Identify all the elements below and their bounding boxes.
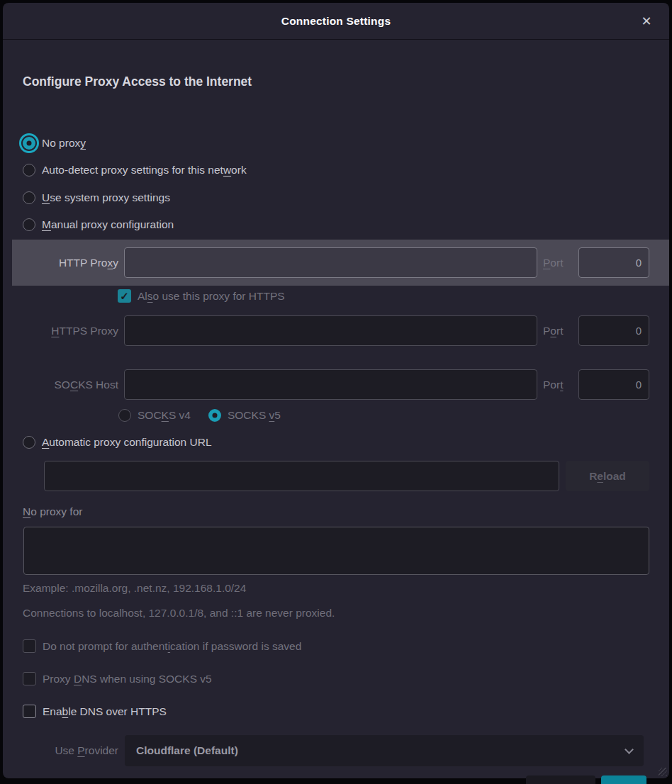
- radio-label-socks-v4: SOCKS v4: [138, 409, 191, 422]
- proxy-dns-checkbox[interactable]: [23, 672, 36, 685]
- dialog-titlebar: Connection Settings ✕: [3, 3, 669, 40]
- no-prompt-auth-label: Do not prompt for authentication if pass…: [43, 640, 301, 653]
- http-port-input[interactable]: [578, 247, 649, 278]
- http-proxy-label: HTTP Proxy: [23, 257, 118, 269]
- auto-url-input[interactable]: [44, 461, 559, 491]
- radio-row-manual-proxy[interactable]: Manual proxy configuration: [23, 216, 174, 233]
- also-https-checkbox[interactable]: ✓: [118, 289, 131, 303]
- doh-provider-row: Use Provider Cloudflare (Default): [23, 735, 644, 766]
- use-provider-label: Use Provider: [23, 744, 118, 757]
- proxy-dns-row: Proxy DNS when using SOCKS v5: [23, 672, 212, 685]
- radio-socks-v4[interactable]: [118, 409, 131, 422]
- dialog-footer: Cancel OK: [526, 775, 646, 784]
- page-title: Configure Proxy Access to the Internet: [23, 74, 252, 89]
- doh-provider-value: Cloudflare (Default): [136, 744, 238, 757]
- localhost-hint: Connections to localhost, 127.0.0.1/8, a…: [23, 607, 335, 620]
- radio-no-proxy[interactable]: [23, 137, 35, 150]
- cancel-button[interactable]: Cancel: [526, 775, 595, 784]
- radio-auto-url[interactable]: [23, 436, 35, 449]
- https-proxy-label: HTTPS Proxy: [23, 325, 118, 337]
- radio-label-auto-url: Automatic proxy configuration URL: [42, 436, 212, 449]
- socks-host-input[interactable]: [124, 369, 537, 400]
- radio-label-socks-v5: SOCKS v5: [228, 409, 281, 422]
- radio-row-auto-url[interactable]: Automatic proxy configuration URL: [23, 434, 212, 451]
- proxy-dns-label: Proxy DNS when using SOCKS v5: [43, 673, 212, 685]
- http-proxy-input[interactable]: [124, 247, 537, 278]
- enable-doh-label: Enable DNS over HTTPS: [43, 705, 167, 718]
- connection-settings-dialog: Connection Settings ✕ Configure Proxy Ac…: [3, 3, 669, 778]
- socks-version-row: SOCKS v4 SOCKS v5: [118, 407, 281, 424]
- radio-row-no-proxy[interactable]: No proxy: [23, 135, 86, 152]
- resize-handle[interactable]: [659, 768, 667, 776]
- close-icon[interactable]: ✕: [638, 13, 655, 30]
- example-hint: Example: .mozilla.org, .net.nz, 192.168.…: [23, 582, 246, 595]
- radio-row-system-proxy[interactable]: Use system proxy settings: [23, 189, 170, 206]
- socks-host-label: SOCKS Host: [23, 379, 118, 391]
- https-port-label: Port: [543, 325, 573, 337]
- chevron-down-icon: [625, 745, 634, 754]
- dialog-title: Connection Settings: [281, 15, 391, 28]
- socks-host-row: SOCKS Host Port: [23, 369, 649, 400]
- also-https-label: Also use this proxy for HTTPS: [138, 290, 285, 303]
- ok-button[interactable]: OK: [601, 775, 646, 784]
- radio-label-auto-detect: Auto-detect proxy settings for this netw…: [42, 164, 247, 177]
- also-https-row[interactable]: ✓ Also use this proxy for HTTPS: [118, 289, 285, 303]
- socks-port-input[interactable]: [578, 369, 649, 400]
- enable-doh-row[interactable]: Enable DNS over HTTPS: [23, 705, 167, 718]
- doh-provider-dropdown[interactable]: Cloudflare (Default): [125, 735, 644, 766]
- enable-doh-checkbox[interactable]: [23, 705, 36, 718]
- radio-system-proxy[interactable]: [23, 191, 35, 204]
- dialog-content: Configure Proxy Access to the Internet N…: [3, 40, 669, 778]
- https-proxy-input[interactable]: [124, 315, 537, 346]
- socks-port-label: Port: [543, 379, 573, 391]
- radio-label-manual-proxy: Manual proxy configuration: [42, 218, 174, 231]
- no-proxy-for-textarea[interactable]: [23, 527, 649, 575]
- no-prompt-auth-checkbox[interactable]: [23, 639, 36, 653]
- http-port-label: Port: [543, 257, 573, 269]
- radio-manual-proxy[interactable]: [23, 218, 35, 231]
- https-proxy-row: HTTPS Proxy Port: [23, 315, 649, 346]
- no-prompt-auth-row: Do not prompt for authentication if pass…: [23, 639, 301, 653]
- no-proxy-for-label: No proxy for: [23, 505, 82, 518]
- https-port-input[interactable]: [578, 315, 649, 346]
- auto-url-row: Reload: [44, 461, 649, 491]
- http-proxy-row: HTTP Proxy Port: [12, 240, 669, 286]
- radio-socks-v5[interactable]: [208, 409, 221, 422]
- radio-label-system-proxy: Use system proxy settings: [42, 191, 170, 204]
- radio-auto-detect[interactable]: [23, 164, 35, 177]
- radio-row-auto-detect[interactable]: Auto-detect proxy settings for this netw…: [23, 162, 247, 179]
- radio-label-no-proxy: No proxy: [42, 137, 86, 150]
- reload-button[interactable]: Reload: [566, 461, 649, 491]
